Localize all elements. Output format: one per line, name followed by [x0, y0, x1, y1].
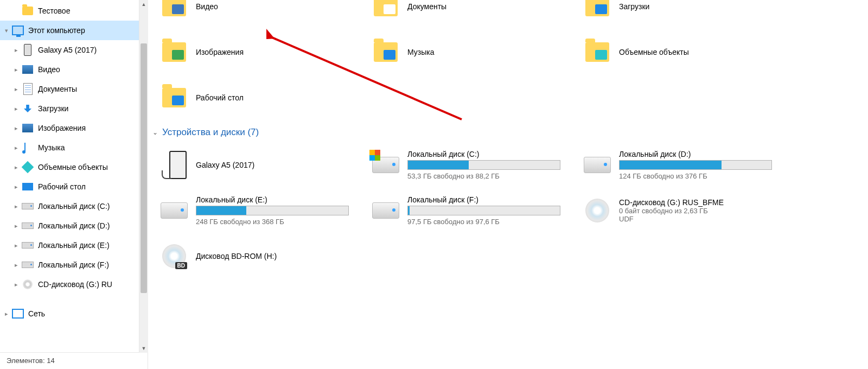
folder-загрузки[interactable]: Загрузки	[582, 0, 788, 28]
expand-chevron-icon[interactable]: ▸	[12, 105, 21, 112]
folder-icon	[371, 0, 401, 22]
folder-label: Загрузки	[619, 2, 778, 11]
nav-item-label: Загрузки	[38, 104, 68, 113]
net-icon	[12, 308, 24, 320]
nav-item-label: Тестовое	[38, 7, 70, 15]
expand-chevron-icon[interactable]: ▸	[12, 164, 21, 171]
expand-chevron-icon[interactable]: ▸	[12, 47, 21, 54]
nav-item-label: Локальный диск (C:)	[38, 202, 110, 211]
nav-item-изображения[interactable]: ▸Изображения	[0, 118, 148, 138]
drive-icon	[22, 259, 34, 271]
phone-device-icon	[159, 150, 189, 180]
folder-видео[interactable]: Видео	[159, 0, 365, 28]
device-title: CD-дисковод (G:) RUS_BFME	[619, 198, 778, 207]
nav-item-локальный-диск-d-[interactable]: ▸Локальный диск (D:)	[0, 216, 148, 236]
device-free-space: 248 ГБ свободно из 368 ГБ	[196, 218, 355, 226]
file-explorer-window: Тестовое▾Этот компьютер▸Galaxy A5 (2017)…	[0, 0, 868, 369]
drive-icon	[22, 200, 34, 212]
nav-item-label: Видео	[38, 65, 60, 74]
capacity-bar	[619, 160, 772, 170]
scroll-up-arrow[interactable]: ▲	[139, 0, 148, 9]
device-title: Galaxy A5 (2017)	[196, 161, 355, 169]
device-title: Локальный диск (F:)	[407, 195, 567, 204]
nav-item-рабочий-стол[interactable]: ▸Рабочий стол	[0, 177, 148, 196]
folder-label: Изображения	[196, 48, 355, 56]
nav-item-label: Документы	[38, 85, 77, 93]
expand-chevron-icon[interactable]: ▸	[12, 66, 21, 73]
device-free-space: 124 ГБ свободно из 376 ГБ	[619, 172, 778, 180]
expand-chevron-icon[interactable]: ▸	[12, 203, 21, 210]
nav-item-сеть[interactable]: ▸Сеть	[0, 304, 148, 323]
expand-chevron-icon[interactable]: ▸	[12, 144, 21, 151]
down-icon	[22, 103, 34, 114]
expand-chevron-icon[interactable]: ▸	[12, 262, 21, 269]
nav-item-label: Galaxy A5 (2017)	[38, 46, 97, 54]
nav-item-локальный-диск-f-[interactable]: ▸Локальный диск (F:)	[0, 255, 148, 275]
nav-item-локальный-диск-c-[interactable]: ▸Локальный диск (C:)	[0, 196, 148, 216]
nav-item-galaxy-a5-2017-[interactable]: ▸Galaxy A5 (2017)	[0, 40, 148, 60]
folder-label: Музыка	[407, 48, 567, 56]
expand-chevron-icon[interactable]: ▸	[2, 310, 11, 317]
scroll-down-arrow[interactable]: ▼	[139, 344, 148, 353]
scroll-thumb[interactable]	[141, 43, 147, 293]
image-icon	[22, 122, 34, 134]
device-title: Локальный диск (D:)	[619, 150, 778, 158]
folder-рабочий-стол[interactable]: Рабочий стол	[159, 76, 365, 119]
folder-label: Объемные объекты	[619, 48, 778, 56]
folder-icon	[159, 0, 189, 22]
folder-музыка[interactable]: Музыка	[371, 30, 577, 74]
nav-item-документы[interactable]: ▸Документы	[0, 79, 148, 99]
nav-item-видео[interactable]: ▸Видео	[0, 60, 148, 79]
folder-объемные-объекты[interactable]: Объемные объекты	[582, 30, 788, 74]
nav-item-label: Рабочий стол	[38, 182, 86, 191]
device-cd-дисковод-g-rus-bfme[interactable]: CD-дисковод (G:) RUS_BFME0 байт свободно…	[582, 189, 788, 232]
folder-документы[interactable]: Документы	[371, 0, 577, 28]
expand-chevron-icon[interactable]: ▸	[12, 125, 21, 132]
phone-icon	[22, 44, 34, 56]
monitor-icon	[12, 24, 24, 36]
expand-chevron-icon[interactable]: ▸	[12, 242, 21, 249]
nav-item-загрузки[interactable]: ▸Загрузки	[0, 99, 148, 118]
device-free-space: 97,5 ГБ свободно из 97,6 ГБ	[407, 218, 567, 226]
folder-label: Видео	[196, 2, 355, 11]
nav-item-локальный-диск-e-[interactable]: ▸Локальный диск (E:)	[0, 236, 148, 255]
nav-item-музыка[interactable]: ▸Музыка	[0, 138, 148, 157]
collapse-chevron-icon: ⌄	[152, 129, 158, 136]
nav-item-этот-компьютер[interactable]: ▾Этот компьютер	[0, 21, 148, 40]
device-локальный-диск-f-[interactable]: Локальный диск (F:)97,5 ГБ свободно из 9…	[371, 189, 577, 232]
nav-item-объемные-объекты[interactable]: ▸Объемные объекты	[0, 157, 148, 177]
expand-chevron-icon[interactable]: ▸	[12, 183, 21, 190]
device-локальный-диск-e-[interactable]: Локальный диск (E:)248 ГБ свободно из 36…	[159, 189, 365, 232]
folder-icon	[582, 37, 612, 67]
nav-item-label: Объемные объекты	[38, 163, 108, 171]
device-galaxy-a5-2017-[interactable]: Galaxy A5 (2017)	[159, 143, 365, 187]
nav-item-label: Локальный диск (E:)	[38, 241, 110, 250]
device-локальный-диск-d-[interactable]: Локальный диск (D:)124 ГБ свободно из 37…	[582, 143, 788, 187]
nav-item-label: Этот компьютер	[28, 26, 85, 35]
expand-chevron-icon[interactable]: ▾	[2, 27, 11, 34]
devices-section-header[interactable]: ⌄ Устройства и диски (7)	[148, 120, 868, 142]
nav-item-spacer	[0, 294, 148, 304]
expand-chevron-icon[interactable]: ▸	[12, 222, 21, 230]
disc-icon	[22, 278, 34, 290]
status-bar: Элементов: 14	[0, 352, 148, 369]
music-icon	[22, 142, 34, 154]
device-free-space: 53,3 ГБ свободно из 88,2 ГБ	[407, 172, 567, 180]
navigation-pane: Тестовое▾Этот компьютер▸Galaxy A5 (2017)…	[0, 0, 148, 369]
device-title: Дисковод BD-ROM (H:)	[196, 252, 355, 260]
nav-item-тестовое[interactable]: Тестовое	[0, 1, 148, 21]
folder-изображения[interactable]: Изображения	[159, 30, 365, 74]
device-дисковод-bd-rom-h-[interactable]: BDДисковод BD-ROM (H:)	[159, 234, 365, 278]
nav-item-cd-дисковод-g-ru[interactable]: ▸CD-дисковод (G:) RU	[0, 275, 148, 294]
device-локальный-диск-c-[interactable]: Локальный диск (C:)53,3 ГБ свободно из 8…	[371, 143, 577, 187]
content-area: ВидеоДокументыЗагрузки ИзображенияМузыка…	[148, 0, 868, 369]
nav-item-label: Музыка	[38, 143, 65, 152]
device-title: Локальный диск (C:)	[407, 150, 567, 158]
expand-chevron-icon[interactable]: ▸	[12, 281, 21, 288]
folder-label: Рабочий стол	[196, 93, 355, 102]
drive-icon	[371, 150, 401, 180]
device-free-space: 0 байт свободно из 2,63 ГБ	[619, 207, 778, 215]
sidebar-scrollbar[interactable]: ▲ ▼	[139, 0, 148, 353]
expand-chevron-icon[interactable]: ▸	[12, 86, 21, 93]
video-icon	[22, 63, 34, 75]
